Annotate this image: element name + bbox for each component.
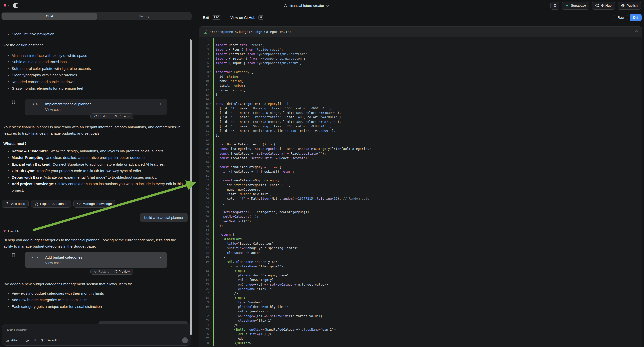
code-line: 38	[200, 205, 642, 210]
code-line: 58 <Input	[200, 296, 642, 300]
assistant-message-3: I've added a new budget categories manag…	[4, 281, 186, 287]
chevron-right-icon	[158, 256, 161, 259]
raw-toggle-button[interactable]: Raw	[614, 14, 628, 22]
code-line: 59 type="number"	[200, 300, 642, 305]
code-line: 47 subtitle="Manage your spending limits…	[200, 246, 642, 250]
restore-label: Restore	[98, 114, 109, 118]
view-on-github-button[interactable]: View on GitHub G	[230, 16, 264, 20]
code-line: 39 setCategories([...categories, newCate…	[200, 210, 642, 214]
restore-button[interactable]: ↺ Restore	[94, 270, 109, 274]
code-line: 49 >	[200, 255, 642, 260]
code-line: 54 value={newCategory}	[200, 278, 642, 282]
code-icon: < >	[32, 256, 45, 259]
code-editor[interactable]: 1 2import React from 'react';3import { P…	[200, 37, 642, 346]
supabase-button[interactable]: Supabase	[562, 2, 590, 10]
github-button[interactable]: GitHub	[592, 2, 615, 10]
code-line: 66 <Plus size={16} />	[200, 332, 642, 336]
code-line: 43	[200, 228, 642, 232]
code-line: 20 { id: '5', name: 'Shopping', limit: 2…	[200, 124, 642, 129]
code-view-panel: Exit ESC View on GitHub G Raw Diff	[194, 12, 644, 347]
restore-button[interactable]: ↺ Restore	[94, 114, 109, 118]
list-item: Subtle animations and transitions	[4, 59, 186, 65]
preview-button[interactable]: Preview	[114, 270, 130, 273]
edit-button[interactable]: Edit	[26, 338, 36, 342]
diff-toggle-button[interactable]: Diff	[630, 14, 642, 22]
list-item: Minimalist interface with plenty of whit…	[4, 52, 186, 59]
project-chevron-down-icon	[326, 4, 329, 7]
preview-label: Preview	[119, 114, 130, 118]
chevron-down-icon	[58, 339, 60, 341]
file-header[interactable]: src/components/budget/BudgetCategories.t…	[200, 27, 642, 37]
code-line: 28	[200, 160, 642, 165]
assistant-header-row: ♥ Lovable ···	[4, 229, 187, 233]
feature-bullet-list: View existing budget categories with the…	[4, 290, 186, 310]
code-line: 40 setNewCategory('');	[200, 214, 642, 219]
code-line: 35 limit: Number(newLimit),	[200, 192, 642, 196]
chat-composer[interactable]: Ask Lovable... Attach	[2, 324, 191, 346]
code-line: 13}	[200, 92, 642, 97]
code-lines: 1 2import React from 'react';3import { P…	[200, 38, 642, 346]
supabase-label: Supabase	[571, 4, 586, 8]
code-line: 9 id: string;	[200, 74, 642, 79]
code-line: 53 placeholder="Category name"	[200, 273, 642, 278]
view-code-link[interactable]: View code	[25, 106, 167, 112]
preview-button[interactable]: Preview	[114, 114, 130, 118]
collapse-chevron-up-icon[interactable]	[635, 30, 638, 33]
chat-scrollbar[interactable]	[190, 39, 192, 335]
tab-chat[interactable]: Chat	[2, 13, 97, 20]
code-line: 8∨interface Category {	[200, 70, 642, 74]
settings-button[interactable]: ⚙	[550, 2, 559, 10]
github-icon	[596, 4, 599, 8]
gear-icon: ⚙	[553, 3, 556, 8]
topbar-right: ⚙ Supabase GitHub	[550, 2, 644, 10]
chat-bubble-icon	[34, 202, 38, 206]
code-line: 33 id: String(categories.length + 1),	[200, 183, 642, 188]
list-item: Clean, intuitive navigation	[4, 31, 186, 37]
code-line: 63 className="flex-1"	[200, 318, 642, 323]
project-switcher[interactable]: financial-future-creator	[284, 0, 328, 12]
code-line: 46 title="Budget Categories"	[200, 242, 642, 246]
version-card-implement-financial-planner[interactable]: < > Implement financial planner View cod…	[25, 98, 167, 115]
external-link-icon	[114, 270, 117, 273]
external-link-icon	[114, 115, 117, 118]
explore-supabase-button[interactable]: Explore Supabase	[31, 200, 71, 208]
version-actions-pill: ↺ Restore Preview	[90, 113, 134, 119]
lovable-logo-icon[interactable]: ♥	[4, 3, 7, 8]
code-view-header-right: Raw Diff	[614, 14, 642, 22]
tab-history[interactable]: History	[97, 13, 191, 20]
logo-chevron-down-icon[interactable]	[8, 4, 11, 6]
exit-button[interactable]: Exit ESC	[198, 16, 221, 20]
publish-label: Publish	[626, 4, 638, 8]
code-line: 27 const [newLimit, setNewLimit] = React…	[200, 156, 642, 160]
exit-label: Exit	[203, 16, 209, 20]
version-card-add-budget-categories[interactable]: < > Add budget categories View code	[25, 252, 167, 268]
version-card-header: < > Implement financial planner	[25, 99, 167, 106]
version-actions-pill: ↺ Restore Preview	[90, 268, 134, 274]
code-line: 23	[200, 138, 642, 142]
code-line: 25 const [categories, setCategories] = R…	[200, 146, 642, 151]
code-line: 57 />	[200, 291, 642, 296]
list-item: Glass-morphic elements for a premium fee…	[4, 85, 186, 92]
code-line: 42 };	[200, 224, 642, 228]
top-bullet-list: Clean, intuitive navigation	[4, 31, 186, 37]
manage-knowledge-button[interactable]: Manage knowledge	[74, 200, 115, 208]
attach-button[interactable]: Attach	[6, 338, 20, 342]
publish-button[interactable]: Publish	[618, 2, 641, 10]
code-file-card: src/components/budget/BudgetCategories.t…	[199, 26, 642, 347]
user-message-bubble: build a financial planner	[140, 212, 188, 222]
message-menu-button[interactable]: ···	[182, 229, 187, 233]
mode-select[interactable]: Default	[41, 338, 60, 342]
graduation-cap-icon	[77, 202, 81, 206]
bookmark-icon[interactable]	[12, 253, 16, 258]
bookmark-icon[interactable]	[12, 100, 16, 104]
suggestion-buttons: Visit docs Explore Supabase Manage knowl…	[2, 200, 115, 208]
project-name: financial-future-creator	[289, 4, 324, 8]
code-line: 19 { id: '4', name: 'Entertainment', lim…	[200, 120, 642, 124]
sidebar-toggle-icon	[14, 4, 18, 8]
sidebar-toggle-button[interactable]	[12, 2, 20, 10]
view-code-link[interactable]: View code	[25, 260, 167, 265]
send-button[interactable]: ↑	[182, 337, 188, 343]
composer-input[interactable]: Ask Lovable...	[7, 328, 30, 332]
visit-docs-button[interactable]: Visit docs	[2, 200, 29, 208]
design-bullet-list: Minimalist interface with plenty of whit…	[4, 52, 186, 92]
